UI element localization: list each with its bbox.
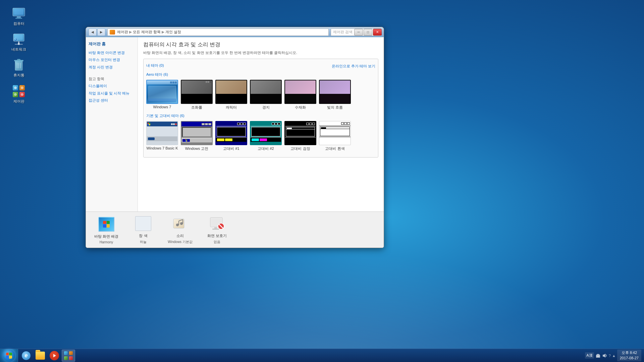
breadcrumb-cp[interactable]: 제어판 — [117, 29, 128, 35]
theme-classic[interactable]: _ — [181, 121, 213, 151]
breadcrumb-all[interactable]: 모든 제어판 항목 — [133, 29, 161, 35]
wallpaper-sublabel: Harmony — [100, 240, 113, 244]
bottom-color[interactable]: 창 색 하늘 — [128, 215, 158, 244]
title-bar-buttons: ─ □ ✕ — [354, 29, 382, 36]
desktop-icon-computer[interactable]: 컴퓨터 — [7, 7, 31, 26]
folder-icon — [36, 352, 45, 360]
svg-point-20 — [14, 86, 17, 89]
trash-icon-label: 휴지통 — [13, 73, 24, 77]
svg-point-21 — [21, 86, 23, 89]
theme-win7[interactable]: Windows 7 — [146, 80, 178, 110]
sidebar-link-display[interactable]: 디스플레이 — [89, 83, 135, 88]
wallpaper-icon — [98, 216, 115, 233]
network-icon-label: 네트워크 — [11, 47, 26, 52]
svg-point-22 — [14, 93, 17, 96]
wallpaper-label: 바탕 화면 배경 — [94, 234, 118, 239]
taskbar-ie[interactable] — [19, 350, 33, 362]
theme-hcwhite-label: 고대비 흰색 — [325, 146, 344, 151]
theme-win7basic[interactable]: Windows 7 Basic K — [146, 121, 178, 151]
theme-hcblack[interactable]: 고대비 검정 — [284, 121, 316, 151]
taskbar-cp[interactable] — [62, 350, 75, 362]
page-subtitle: 바탕 화면의 배경, 창 색, 소리 및 화면 보호기를 모두 한 번에 변경하… — [143, 50, 378, 55]
lang-indicator[interactable]: A漢 — [585, 352, 594, 359]
sound-sublabel: Windows 기본값 — [168, 240, 192, 244]
cp-icon-label: 제어판 — [13, 99, 24, 104]
svg-rect-40 — [69, 356, 73, 360]
theme-harmony-label: 조화롤 — [191, 105, 202, 110]
bottom-screensaver[interactable]: 화면 보호기 없음 — [202, 215, 232, 244]
basic-themes-grid: Windows 7 Basic K _ — [146, 121, 375, 151]
theme-hc2-preview — [250, 121, 282, 145]
svg-marker-36 — [53, 354, 56, 357]
breadcrumb: 제어판 ▶ 모든 제어판 항목 ▶ 개인 설정 — [117, 29, 181, 35]
close-button[interactable]: ✕ — [373, 29, 382, 36]
window-body: 제어판 홈 바탕 화면 아이콘 변경 마우스 포인터 변경 계정 사진 변경 참… — [86, 37, 384, 212]
screensaver-sublabel: 없음 — [214, 240, 220, 244]
search-placeholder: 제어판 검색 — [333, 29, 353, 35]
desktop-icon-trash[interactable]: 휴지통 — [7, 58, 31, 77]
color-label: 창 색 — [139, 233, 147, 238]
tray-expand-icon[interactable]: ▲ — [612, 354, 616, 358]
desktop-icon-cp[interactable]: 제어판 — [7, 84, 31, 104]
taskbar-folder[interactable] — [34, 350, 47, 362]
sidebar-link-taskbar[interactable]: 작업 표시줄 및 시작 메뉴 — [89, 91, 135, 96]
theme-win7-preview — [146, 80, 178, 104]
svg-marker-43 — [603, 354, 605, 358]
svg-point-9 — [14, 38, 17, 41]
sep2: ▶ — [162, 30, 164, 34]
theme-win7basic-preview — [146, 121, 178, 145]
theme-character[interactable]: 캐릭터 — [215, 80, 247, 110]
desktop-icon-network[interactable]: 네트워크 — [7, 33, 31, 52]
sidebar-home[interactable]: 제어판 홈 — [89, 41, 135, 47]
taskbar-media[interactable] — [48, 350, 61, 362]
sidebar-link-mouse[interactable]: 마우스 포인터 변경 — [89, 57, 135, 62]
forward-button[interactable]: ▶ — [97, 28, 105, 36]
minimize-button[interactable]: ─ — [354, 29, 363, 36]
theme-light-flow[interactable]: 빛의 흐름 — [319, 80, 351, 110]
taskbar-right: A漢 ? ▲ 오후 8:42 2 — [585, 350, 644, 361]
theme-harmony[interactable]: 조화롤 — [181, 80, 213, 110]
help-icon[interactable]: ? — [609, 354, 611, 358]
sidebar-link-account[interactable]: 계정 사진 변경 — [89, 65, 135, 70]
svg-rect-7 — [18, 42, 19, 44]
theme-landscape-label: 경지 — [262, 105, 270, 110]
color-sublabel: 하늘 — [140, 240, 147, 244]
theme-hc1[interactable]: _ 고대 — [215, 121, 247, 151]
start-button[interactable] — [0, 349, 18, 362]
clock-time: 오후 8:42 — [620, 350, 639, 355]
desktop: 컴퓨터 네트워크 — [0, 0, 644, 362]
start-flag-icon — [6, 353, 12, 359]
address-bar[interactable]: 제어판 ▶ 모든 제어판 항목 ▶ 개인 설정 — [107, 28, 329, 36]
svg-rect-39 — [64, 356, 68, 360]
main-content: 컴퓨터의 시각 효과 및 소리 변경 바탕 화면의 배경, 창 색, 소리 및 … — [138, 37, 384, 212]
sidebar-link-accessibility[interactable]: 접근성 센터 — [89, 98, 135, 103]
theme-watercolor[interactable]: 수재화 — [284, 80, 316, 110]
sidebar-link-desktop-icons[interactable]: 바탕 화면 아이콘 변경 — [89, 50, 135, 55]
clock-date: 2017-08-27 — [620, 356, 639, 361]
theme-hc1-preview: _ — [215, 121, 247, 145]
theme-light-flow-label: 빛의 흐름 — [327, 105, 343, 110]
sidebar: 제어판 홈 바탕 화면 아이콘 변경 마우스 포인터 변경 계정 사진 변경 참… — [86, 37, 138, 212]
theme-hc2[interactable]: 고대비 #2 — [250, 121, 282, 151]
clock[interactable]: 오후 8:42 2017-08-27 — [617, 350, 641, 361]
bottom-wallpaper[interactable]: 바탕 화면 배경 Harmony — [91, 216, 121, 244]
theme-landscape-preview — [250, 80, 282, 104]
sys-tray: A漢 ? ▲ — [585, 352, 615, 359]
theme-character-preview — [215, 80, 247, 104]
computer-icon-label: 컴퓨터 — [13, 21, 24, 26]
theme-landscape[interactable]: 경지 — [250, 80, 282, 110]
my-themes-header: 내 테마 (0) — [146, 63, 164, 68]
svg-rect-8 — [15, 44, 23, 45]
maximize-button[interactable]: □ — [364, 29, 372, 36]
ie-icon — [22, 351, 31, 360]
theme-hcwhite[interactable]: 고대비 흰색 — [319, 121, 351, 151]
personalization-window: ◀ ▶ 제어판 ▶ 모든 제어판 항목 ▶ 개인 설정 제어판 검색 ─ □ ✕ — [86, 27, 384, 248]
bottom-sound[interactable]: 소리 Windows 기본값 — [165, 215, 195, 244]
online-themes-link[interactable]: 온라인으로 추가 테마 보기 — [332, 64, 375, 69]
breadcrumb-personal[interactable]: 개인 설정 — [165, 29, 181, 35]
back-button[interactable]: ◀ — [89, 28, 97, 36]
svg-point-23 — [21, 93, 23, 96]
volume-tray-icon — [602, 353, 607, 358]
screensaver-label: 화면 보호기 — [207, 233, 227, 238]
svg-point-26 — [180, 222, 183, 225]
